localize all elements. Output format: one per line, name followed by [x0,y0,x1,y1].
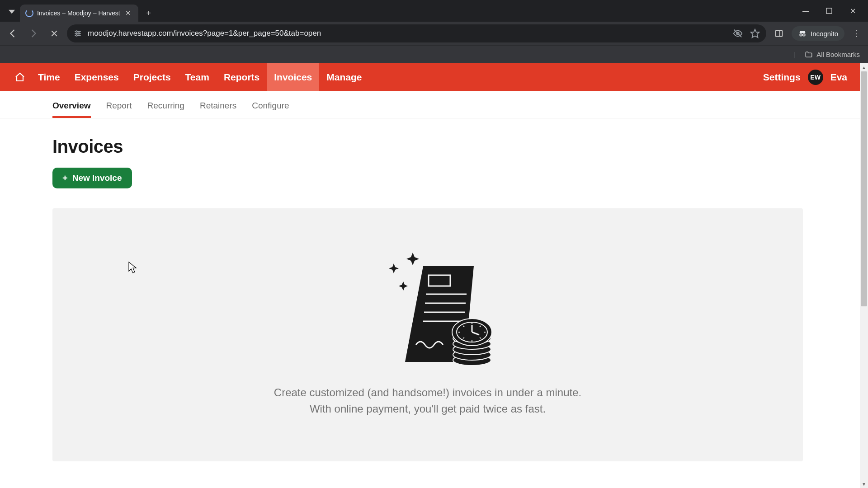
incognito-label: Incognito [811,30,838,38]
tab-retainers[interactable]: Retainers [200,101,236,118]
stop-reload-button[interactable] [46,25,62,42]
nav-item-manage[interactable]: Manage [319,63,369,91]
close-window-button[interactable]: ✕ [846,5,859,17]
address-bar[interactable]: moodjoy.harvestapp.com/invoices?page=1&p… [67,24,766,42]
avatar[interactable]: EW [808,70,823,85]
minimize-button[interactable] [799,5,812,17]
nav-item-team[interactable]: Team [178,63,217,91]
tab-overview[interactable]: Overview [52,101,91,118]
bookmarks-separator: | [794,51,796,58]
site-settings-icon[interactable] [73,29,82,38]
scroll-up-button[interactable]: ▲ [860,63,868,71]
nav-item-projects[interactable]: Projects [126,63,178,91]
url-text: moodjoy.harvestapp.com/invoices?page=1&p… [88,29,727,38]
svg-point-13 [800,34,802,36]
page-viewport: ▲ ▼ TimeExpensesProjectsTeamReportsInvoi… [0,63,868,488]
nav-item-invoices[interactable]: Invoices [267,63,319,91]
tab-recurring[interactable]: Recurring [147,101,184,118]
settings-link[interactable]: Settings [763,72,801,83]
tab-configure[interactable]: Configure [252,101,289,118]
nav-item-time[interactable]: Time [31,63,67,91]
bookmarks-bar: | All Bookmarks [0,45,868,63]
window-controls: ✕ [799,5,864,22]
side-panel-button[interactable] [771,25,787,42]
tab-search-dropdown[interactable] [4,4,20,20]
scroll-thumb[interactable] [861,71,867,306]
page-content: Invoices + New invoice [0,118,860,461]
browser-menu-button[interactable]: ⋮ [849,28,863,38]
app-sub-nav: OverviewReportRecurringRetainersConfigur… [0,91,860,118]
close-tab-button[interactable]: ✕ [124,9,133,18]
scrollbar[interactable]: ▲ ▼ [860,63,868,488]
new-invoice-label: New invoice [72,173,122,183]
svg-rect-1 [826,8,832,14]
svg-rect-0 [802,11,809,12]
bookmark-star-icon[interactable] [750,28,760,38]
svg-point-7 [76,35,77,36]
empty-state: Create customized (and handsome!) invoic… [52,208,803,461]
svg-marker-10 [751,29,759,38]
loading-spinner-icon [25,9,33,17]
browser-toolbar: moodjoy.harvestapp.com/invoices?page=1&p… [0,22,868,45]
browser-tab-strip: Invoices – Moodjoy – Harvest ✕ + ✕ [0,0,868,22]
svg-point-5 [76,31,77,32]
svg-rect-11 [776,30,783,36]
empty-line-2: With online payment, you'll get paid twi… [274,401,581,417]
page-title: Invoices [52,136,860,157]
all-bookmarks-link[interactable]: All Bookmarks [816,51,860,58]
tab-title: Invoices – Moodjoy – Harvest [37,9,120,17]
svg-point-14 [803,34,805,36]
svg-point-6 [78,33,80,34]
empty-state-text: Create customized (and handsome!) invoic… [274,385,581,417]
back-button[interactable] [5,25,21,42]
folder-icon [805,51,813,59]
nav-item-reports[interactable]: Reports [217,63,267,91]
scroll-down-button[interactable]: ▼ [860,480,868,488]
forward-button[interactable] [25,25,42,42]
app-primary-nav: TimeExpensesProjectsTeamReportsInvoicesM… [0,63,860,91]
browser-tab-active[interactable]: Invoices – Moodjoy – Harvest ✕ [20,5,138,22]
invoice-illustration [360,244,495,371]
incognito-indicator[interactable]: Incognito [792,26,844,41]
user-name[interactable]: Eva [830,72,847,83]
maximize-button[interactable] [823,5,835,17]
new-invoice-button[interactable]: + New invoice [52,168,132,188]
home-icon[interactable] [11,68,29,86]
eye-off-icon[interactable] [733,28,743,38]
new-tab-button[interactable]: + [141,5,156,21]
empty-line-1: Create customized (and handsome!) invoic… [274,385,581,401]
plus-icon: + [62,174,68,183]
nav-item-expenses[interactable]: Expenses [67,63,126,91]
nav-items: TimeExpensesProjectsTeamReportsInvoicesM… [31,63,369,91]
tab-report[interactable]: Report [106,101,132,118]
